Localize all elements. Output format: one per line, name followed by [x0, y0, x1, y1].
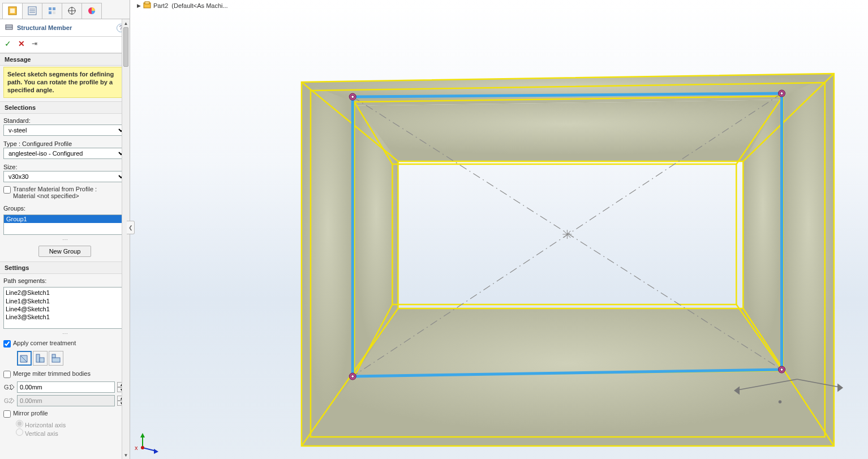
merge-miter-label: Merge miter trimmed bodies [13, 370, 91, 377]
settings-header-label: Settings [5, 264, 29, 271]
svg-text:G1: G1 [4, 384, 12, 391]
standard-label: Standard: [3, 117, 126, 124]
svg-point-64 [351, 375, 354, 378]
groups-label: Groups: [3, 205, 126, 212]
section-message-header[interactable]: Message ⌵ [0, 53, 130, 66]
corner-end-miter-button[interactable] [17, 351, 32, 366]
svg-point-60 [351, 96, 354, 98]
pin-button[interactable]: ⇥ [32, 40, 37, 48]
mirror-profile-checkbox[interactable] [3, 410, 11, 418]
path-segments-label: Path segments: [3, 277, 126, 284]
segments-resize-grip[interactable]: ⋯ [0, 330, 130, 337]
svg-rect-6 [49, 7, 51, 10]
gap-g1-icon: G1 [3, 383, 15, 391]
new-group-button[interactable]: New Group [38, 246, 92, 257]
structural-member-icon [5, 23, 14, 33]
svg-rect-7 [53, 7, 55, 10]
path-segments-listbox[interactable]: Line2@Sketch1 Line1@Sketch1 Line4@Sketch… [3, 287, 126, 329]
cancel-button[interactable]: ✕ [18, 39, 25, 48]
gap-g2-icon: G2 [3, 397, 15, 405]
svg-rect-19 [52, 358, 60, 362]
svg-rect-20 [52, 354, 55, 358]
view-orientation-triad[interactable]: x [134, 432, 161, 456]
svg-point-62 [780, 92, 783, 95]
transfer-material-label: Transfer Material from Profile : Materia… [13, 186, 97, 199]
section-selections-header[interactable]: Selections ⌵ [0, 101, 130, 114]
svg-rect-8 [49, 11, 51, 14]
tab-propertymanager[interactable] [22, 3, 42, 19]
tab-display[interactable] [81, 3, 102, 19]
feature-manager-tabstrip [0, 0, 130, 19]
gap-g1-input[interactable] [17, 381, 115, 393]
message-header-label: Message [5, 56, 31, 63]
apply-corner-label: Apply corner treatment [13, 340, 76, 346]
tab-dimxpert[interactable] [62, 3, 82, 19]
sidebar-scrollbar[interactable]: ▲ ▼ [122, 19, 130, 459]
svg-marker-73 [140, 433, 145, 437]
scroll-thumb[interactable] [123, 27, 128, 67]
group-item[interactable]: Group1 [4, 215, 126, 223]
horizontal-axis-radio: Horizontal axis [16, 422, 66, 428]
svg-rect-17 [36, 354, 40, 362]
section-settings-header[interactable]: Settings ⌵ [0, 261, 130, 274]
list-item[interactable]: Line3@Sketch1 [6, 313, 124, 321]
message-box: Select sketch segments for defining path… [3, 67, 126, 98]
graphics-viewport[interactable]: ▶ Part2 (Default<As Machi... [130, 0, 868, 459]
svg-rect-1 [10, 8, 15, 13]
transfer-material-checkbox[interactable] [3, 186, 11, 194]
apply-corner-checkbox[interactable] [3, 340, 11, 348]
standard-select[interactable]: v-steel [3, 125, 126, 136]
svg-text:x: x [135, 444, 138, 451]
type-select[interactable]: anglesteel-iso - Configured [3, 148, 126, 159]
list-item[interactable]: Line2@Sketch1 [6, 289, 124, 297]
model-graphics [130, 0, 868, 459]
sidebar-collapse-handle[interactable]: ❮ [127, 221, 135, 234]
corner-end-butt1-button[interactable] [33, 351, 48, 366]
svg-text:G2: G2 [4, 397, 12, 404]
scroll-down-arrow[interactable]: ▼ [122, 451, 130, 459]
svg-marker-38 [398, 161, 743, 308]
panel-title: Structural Member [17, 24, 72, 31]
corner-end-butt2-button[interactable] [49, 351, 63, 366]
tab-configurationmanager[interactable] [42, 3, 62, 19]
svg-point-77 [141, 446, 144, 449]
merge-miter-checkbox[interactable] [3, 371, 11, 378]
tab-featuremanager[interactable] [2, 3, 23, 19]
type-label: Type : Configured Profile [3, 140, 126, 147]
vertical-axis-radio: Vertical axis [16, 430, 58, 437]
svg-point-66 [780, 368, 783, 371]
property-manager-sidebar: Structural Member ? ✓ ✕ ⇥ Message ⌵ Sele… [0, 0, 130, 459]
groups-listbox[interactable]: Group1 [3, 215, 126, 235]
size-select[interactable]: v30x30 [3, 171, 126, 182]
mirror-profile-label: Mirror profile [13, 410, 48, 417]
svg-rect-9 [53, 11, 55, 14]
ok-button[interactable]: ✓ [5, 39, 11, 48]
panel-title-row: Structural Member ? [0, 19, 130, 37]
size-label: Size: [3, 164, 126, 170]
gap-g2-input [17, 395, 115, 406]
svg-marker-70 [838, 384, 843, 391]
selections-header-label: Selections [5, 104, 36, 111]
list-item[interactable]: Line4@Sketch1 [6, 305, 124, 313]
svg-point-71 [779, 401, 781, 403]
list-item[interactable]: Line1@Sketch1 [6, 297, 124, 305]
scroll-up-arrow[interactable]: ▲ [122, 19, 130, 27]
svg-rect-18 [40, 358, 44, 362]
svg-marker-75 [154, 449, 158, 454]
groups-resize-grip[interactable]: ⋯ [0, 236, 130, 243]
